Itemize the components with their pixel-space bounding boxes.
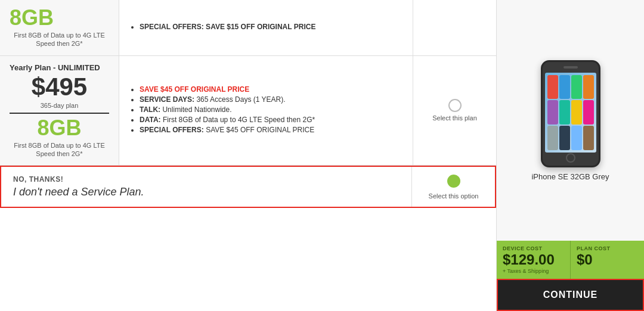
top-plan-gb-number: 8 bbox=[10, 5, 21, 30]
yearly-plan-title: Yearly Plan - UNLIMITED bbox=[10, 63, 109, 72]
top-plan-offers-list: SPECIAL OFFERS: SAVE $15 OFF ORIGINAL PR… bbox=[129, 23, 315, 32]
yearly-detail-1: SAVE $45 OFF ORIGINAL PRICE bbox=[140, 85, 315, 94]
yearly-plan-gb: 8GB bbox=[10, 117, 109, 139]
plan-cost-value: $0 bbox=[577, 251, 638, 268]
top-plan-select-block bbox=[413, 0, 496, 55]
top-plan-sub-text: First 8GB of Data up to 4G LTE Speed the… bbox=[10, 31, 109, 48]
yearly-plan-details: SAVE $45 OFF ORIGINAL PRICE SERVICE DAYS… bbox=[119, 56, 413, 166]
app-icon-8 bbox=[583, 100, 594, 125]
phone-screen bbox=[545, 73, 596, 153]
yearly-plan-card: Yearly Plan - UNLIMITED $495 365-day pla… bbox=[0, 56, 496, 166]
top-plan-price-block: 8GB First 8GB of Data up to 4G LTE Speed… bbox=[0, 0, 119, 55]
top-plan-gb-unit: GB bbox=[21, 5, 54, 30]
yearly-plan-select-label: Select this plan bbox=[432, 114, 477, 122]
device-cost-label: DEVICE COST bbox=[503, 245, 564, 251]
yearly-plan-price: $495 bbox=[10, 74, 109, 99]
app-icon-9 bbox=[547, 126, 558, 150]
app-icon-7 bbox=[571, 100, 582, 125]
yearly-plan-select-block[interactable]: Select this plan bbox=[413, 56, 496, 166]
yearly-plan-gb-unit: GB bbox=[49, 116, 82, 140]
continue-button[interactable]: CONTINUE bbox=[497, 279, 644, 311]
yearly-detail-5: SPECIAL OFFERS: SAVE $45 OFF ORIGINAL PR… bbox=[140, 126, 315, 134]
device-cost-value: $129.00 bbox=[503, 251, 564, 268]
yearly-plan-days: 365-day plan bbox=[10, 102, 109, 109]
app-icon-6 bbox=[559, 100, 570, 125]
yearly-plan-gb-number: 8 bbox=[37, 116, 49, 140]
no-thanks-title: NO, THANKS! bbox=[13, 175, 400, 184]
app-icon-12 bbox=[583, 126, 594, 150]
top-plan-offer-item: SPECIAL OFFERS: SAVE $15 OFF ORIGINAL PR… bbox=[140, 23, 315, 31]
phone-home-button bbox=[566, 153, 575, 163]
no-thanks-content: NO, THANKS! I don't need a Service Plan. bbox=[1, 167, 411, 207]
app-icon-4 bbox=[583, 75, 594, 99]
yearly-price-block: Yearly Plan - UNLIMITED $495 365-day pla… bbox=[0, 56, 119, 166]
yearly-plan-details-list: SAVE $45 OFF ORIGINAL PRICE SERVICE DAYS… bbox=[129, 85, 315, 136]
app-icon-2 bbox=[559, 75, 570, 99]
phone-mockup bbox=[541, 60, 600, 167]
phone-image-area: iPhone SE 32GB Grey bbox=[497, 0, 644, 241]
pricing-bar: DEVICE COST $129.00 + Taxes & Shipping P… bbox=[497, 241, 644, 279]
device-cost-sub: + Taxes & Shipping bbox=[503, 268, 564, 274]
yearly-detail-4: DATA: First 8GB of Data up to 4G LTE Spe… bbox=[140, 116, 315, 124]
no-thanks-radio[interactable] bbox=[447, 175, 460, 188]
yearly-detail-3: TALK: Unlimited Nationwide. bbox=[140, 105, 315, 114]
no-thanks-select-label: Select this option bbox=[429, 192, 479, 200]
top-plan-gb: 8GB bbox=[10, 7, 109, 29]
top-plan-card: 8GB First 8GB of Data up to 4G LTE Speed… bbox=[0, 0, 496, 56]
phone-speaker bbox=[564, 66, 578, 69]
pricing-plan-block: PLAN COST $0 bbox=[571, 241, 644, 279]
no-thanks-section[interactable]: NO, THANKS! I don't need a Service Plan.… bbox=[0, 166, 496, 208]
left-panel: 8GB First 8GB of Data up to 4G LTE Speed… bbox=[0, 0, 496, 311]
top-plan-details: SPECIAL OFFERS: SAVE $15 OFF ORIGINAL PR… bbox=[119, 0, 413, 55]
app-icon-5 bbox=[547, 100, 558, 125]
yearly-plan-sub-text: First 8GB of Data up to 4G LTESpeed then… bbox=[10, 141, 109, 158]
app-icon-3 bbox=[571, 75, 582, 99]
no-thanks-select-block[interactable]: Select this option bbox=[411, 167, 495, 207]
app-icon-11 bbox=[571, 126, 582, 150]
app-icon-1 bbox=[547, 75, 558, 99]
app-icon-10 bbox=[559, 126, 570, 150]
pricing-device-block: DEVICE COST $129.00 + Taxes & Shipping bbox=[497, 241, 571, 279]
yearly-detail-2: SERVICE DAYS: 365 Access Days (1 YEAR). bbox=[140, 95, 315, 104]
plan-cost-label: PLAN COST bbox=[577, 245, 638, 251]
phone-name: iPhone SE 32GB Grey bbox=[531, 172, 609, 181]
yearly-plan-radio[interactable] bbox=[448, 99, 462, 112]
right-panel: iPhone SE 32GB Grey DEVICE COST $129.00 … bbox=[496, 0, 644, 311]
no-thanks-subtitle: I don't need a Service Plan. bbox=[13, 186, 400, 198]
yearly-plan-divider bbox=[10, 113, 109, 114]
